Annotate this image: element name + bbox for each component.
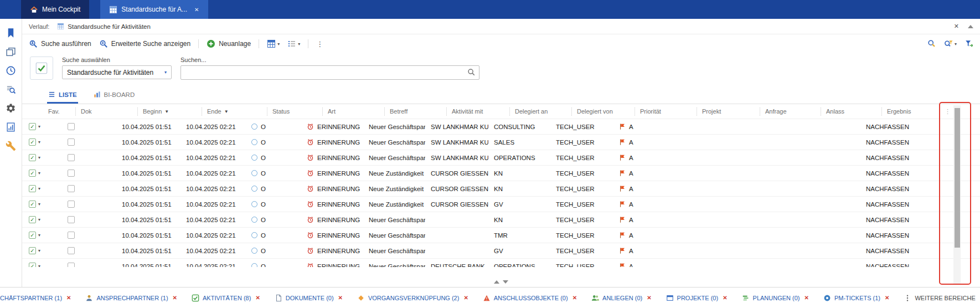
table-row[interactable]: ✓▾10.04.2025 01:5110.04.2025 02:21OERINN… [22,196,980,212]
close-icon[interactable]: ✕ [338,295,343,301]
close-icon[interactable]: ✕ [804,295,809,301]
history-clock-icon[interactable] [0,61,22,80]
close-icon[interactable]: ✕ [173,295,177,301]
close-icon[interactable]: ✕ [194,7,199,13]
column-header-aktivität-mit[interactable]: Aktivität mit [446,107,509,116]
column-header-art[interactable]: Art [322,107,384,116]
bookmark-icon[interactable] [0,23,22,42]
chevron-down-icon[interactable]: ▾ [277,42,280,47]
tools-wrench-icon[interactable] [0,136,22,155]
bottom-tab-dokumente-0[interactable]: DOKUMENTE (0)✕ [267,294,350,302]
settings-gear-icon[interactable] [0,99,22,117]
close-icon[interactable]: ✕ [463,295,468,301]
table-row[interactable]: ✓▾10.04.2025 01:5110.04.2025 02:21OERINN… [22,165,980,181]
chevron-down-icon[interactable]: ▾ [38,264,40,267]
close-panel-icon[interactable]: ✕ [954,23,959,30]
favorite-checkbox[interactable]: ✓ [29,201,36,208]
history-chip[interactable]: Standardsuche für Aktivitäten [54,22,154,31]
bottom-tab-anliegen-0[interactable]: ANLIEGEN (0)✕ [584,294,659,302]
bottom-tab-weitere-bereiche[interactable]: WEITERE BEREICHE [896,294,980,302]
column-header-projekt[interactable]: Projekt [697,107,760,116]
chevron-down-icon[interactable] [503,280,508,284]
column-header-fav[interactable]: Fav. [43,107,75,116]
favorite-checkbox[interactable]: ✓ [29,154,36,161]
view-list-button[interactable]: ▾ [287,39,300,48]
vertical-scrollbar[interactable] [953,105,961,284]
chevron-down-icon[interactable]: ▾ [38,140,40,145]
column-header-dok[interactable]: Dok [75,107,137,116]
bottom-tab-projekte-0[interactable]: PROJEKTE (0)✕ [659,294,735,302]
favorite-checkbox[interactable]: ✓ [29,232,36,239]
column-header-delegiert-von[interactable]: Delegiert von [571,107,635,116]
search-icon[interactable] [467,68,476,76]
table-row[interactable]: ✓▾10.04.2025 01:5110.04.2025 02:21OERINN… [22,258,980,267]
view-grid-button[interactable]: ▾ [267,39,280,48]
view-tab-bi-board[interactable]: BI-BOARD [92,88,136,104]
chevron-down-icon[interactable]: ▾ [38,217,40,222]
chevron-down-icon[interactable]: ▾ [955,42,957,47]
saved-search-select[interactable]: Standardsuche für Aktivitäten ▾ [62,65,172,79]
bottom-tab-anschlussobjekte-0[interactable]: ANSCHLUSSOBJEKTE (0)✕ [476,294,584,302]
close-icon[interactable]: ✕ [66,295,71,301]
more-actions-icon[interactable]: ⋮ [316,40,323,48]
column-header-beginn[interactable]: Beginn▼ [137,107,202,116]
run-search-button[interactable]: Suche ausführen [29,39,91,48]
favorite-checkbox[interactable]: ✓ [29,123,36,130]
column-header-delegiert-an[interactable]: Delegiert an [509,107,571,116]
close-icon[interactable]: ✕ [255,295,260,301]
search-input[interactable] [180,65,479,80]
chevron-down-icon[interactable]: ▾ [38,155,40,160]
apply-filter-button[interactable] [964,39,973,48]
favorite-checkbox[interactable]: ✓ [29,170,36,177]
windows-icon[interactable] [0,42,22,61]
close-icon[interactable]: ✕ [647,295,651,301]
bottom-tab-aktivitäten-8[interactable]: AKTIVITÄTEN (8)✕ [184,294,267,302]
table-row[interactable]: ✓▾10.04.2025 01:5110.04.2025 02:21OERINN… [22,119,980,134]
chevron-down-icon[interactable]: ▾ [38,202,40,207]
scrollbar-thumb[interactable] [955,108,960,248]
tab-mein-cockpit[interactable]: Mein Cockpit [21,0,89,19]
table-row[interactable]: ✓▾10.04.2025 01:5110.04.2025 02:21OERINN… [22,181,980,196]
favorite-checkbox[interactable]: ✓ [29,247,36,254]
column-header-anlass[interactable]: Anlass [821,107,881,116]
bottom-tab-planungen-0[interactable]: PLANUNGEN (0)✕ [735,294,816,302]
bottom-tab-ansprechpartner-1[interactable]: ANSPRECHPARTNER (1)✕ [78,294,184,302]
bottom-tab-vorgangsverknüpfung-2[interactable]: VORGANGSVERKNÜPFUNG (2)✕ [350,294,476,302]
splitter-handle[interactable] [22,278,980,286]
table-row[interactable]: ✓▾10.04.2025 01:5110.04.2025 02:21OERINN… [22,227,980,243]
search-list-icon[interactable] [0,80,22,99]
filter-search-button[interactable]: ▾ [944,39,957,48]
report-icon[interactable] [0,117,22,136]
table-row[interactable]: ✓▾10.04.2025 01:5110.04.2025 02:21OERINN… [22,150,980,165]
chevron-down-icon[interactable]: ▾ [38,233,40,238]
column-header-status[interactable]: Status [267,107,322,116]
create-new-button[interactable]: Neuanlage [207,39,251,48]
table-row[interactable]: ✓▾10.04.2025 01:5110.04.2025 02:21OERINN… [22,212,980,227]
favorite-checkbox[interactable]: ✓ [29,138,36,146]
view-tab-liste[interactable]: LISTE [47,88,78,104]
column-header-anfrage[interactable]: Anfrage [760,107,821,116]
chevron-down-icon[interactable]: ▾ [38,124,40,129]
chevron-down-icon[interactable]: ▾ [38,186,40,191]
bottom-tab-pm-tickets-1[interactable]: PM-TICKETS (1)✕ [816,294,897,302]
table-row[interactable]: ✓▾10.04.2025 01:5110.04.2025 02:21OERINN… [22,243,980,258]
column-header-ergebnis[interactable]: Ergebnis [881,107,939,116]
tab-standardsuche-aktivitaeten[interactable]: Standardsuche für A... ✕ [100,0,208,19]
collapse-panel-icon[interactable] [968,25,973,28]
column-header-betreff[interactable]: Betreff [384,107,446,116]
column-header-priorität[interactable]: Priorität [635,107,697,116]
table-row[interactable]: ✓▾10.04.2025 01:5110.04.2025 02:21OERINN… [22,134,980,150]
chevron-up-icon[interactable] [494,280,499,284]
favorite-checkbox[interactable]: ✓ [29,216,36,223]
edit-search-button[interactable] [927,39,936,48]
chevron-down-icon[interactable]: ▾ [298,42,300,47]
chevron-down-icon[interactable]: ▾ [38,248,40,253]
favorite-checkbox[interactable]: ✓ [29,185,36,192]
column-header-ende[interactable]: Ende▼ [202,107,267,116]
close-icon[interactable]: ✕ [723,295,727,301]
advanced-search-button[interactable]: Erweiterte Suche anzeigen [99,39,190,48]
chevron-down-icon[interactable]: ▾ [38,171,40,176]
bottom-tab-chäftspartner-1[interactable]: CHÄFTSPARTNER (1)✕ [0,295,78,301]
favorite-checkbox[interactable]: ✓ [29,263,36,267]
close-icon[interactable]: ✕ [885,295,889,301]
